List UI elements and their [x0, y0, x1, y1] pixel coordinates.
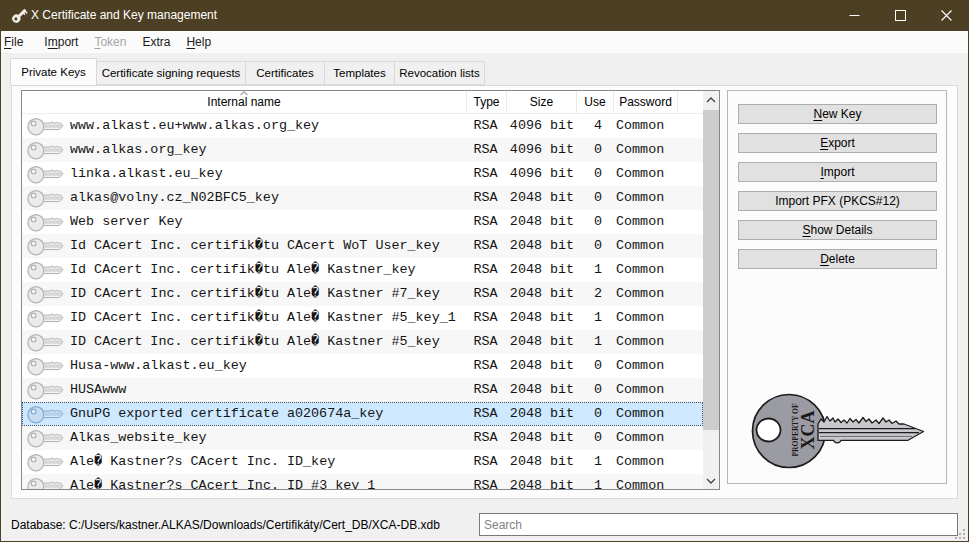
key-name: Husa-www.alkast.eu_key — [70, 354, 247, 378]
key-row[interactable]: ID CAcert Inc. certifik�tu Ale� Kastner … — [22, 282, 703, 306]
maximize-button[interactable] — [877, 0, 923, 31]
key-row[interactable]: Husa-www.alkast.eu_key RSA 2048 bit 0 Co… — [22, 354, 703, 378]
menu-import[interactable]: Import — [36, 31, 86, 53]
column-header-size[interactable]: Size — [507, 91, 577, 113]
key-name-cell: alkas@volny.cz_N02BFC5_key — [22, 186, 467, 210]
scroll-down-button[interactable] — [703, 472, 719, 489]
key-row[interactable]: ID CAcert Inc. certifik�tu Ale� Kastner … — [22, 330, 703, 354]
key-size: 2048 bit — [507, 450, 577, 474]
key-row[interactable]: Alkas_website_key RSA 2048 bit 0 Common — [22, 426, 703, 450]
key-icon — [26, 380, 64, 400]
key-icon — [26, 116, 64, 136]
column-header-use[interactable]: Use — [577, 91, 614, 113]
key-row[interactable]: www.alkast.eu+www.alkas.org_key RSA 4096… — [22, 114, 703, 138]
key-password: Common — [614, 354, 678, 378]
logo-text-xca: XCA — [798, 411, 818, 450]
key-use-count: 0 — [577, 402, 614, 426]
menu-token[interactable]: Token — [86, 31, 134, 53]
key-name: ID CAcert Inc. certifik�tu Ale� Kastner … — [70, 282, 440, 306]
import-button[interactable]: Import — [738, 162, 937, 182]
menu-file[interactable]: File — [1, 31, 36, 53]
tab-label: Revocation lists — [399, 67, 480, 79]
key-name: www.alkas.org_key — [70, 138, 207, 162]
key-use-count: 1 — [577, 258, 614, 282]
chevron-down-icon — [706, 478, 716, 484]
import-pfx-button[interactable]: Import PFX (PKCS#12) — [738, 191, 937, 211]
key-row[interactable]: linka.alkast.eu_key RSA 4096 bit 0 Commo… — [22, 162, 703, 186]
key-use-count: 0 — [577, 378, 614, 402]
key-password: Common — [614, 474, 678, 489]
new-key-button[interactable]: New Key — [738, 104, 937, 124]
key-name-cell: Ale� Kastner?s CAcert Inc. ID #3_key_1 — [22, 474, 467, 489]
search-input[interactable] — [479, 513, 958, 536]
key-icon — [26, 404, 64, 424]
column-header-type[interactable]: Type — [467, 91, 507, 113]
tab-private-keys[interactable]: Private Keys — [10, 58, 97, 85]
key-icon — [26, 140, 64, 160]
key-name-cell: Web server Key — [22, 210, 467, 234]
export-button[interactable]: Export — [738, 133, 937, 153]
scroll-up-button[interactable] — [703, 91, 719, 108]
key-size: 2048 bit — [507, 282, 577, 306]
key-use-count: 0 — [577, 354, 614, 378]
tab-certificates[interactable]: Certificates — [245, 61, 325, 85]
key-password: Common — [614, 162, 678, 186]
delete-button[interactable]: Delete — [738, 249, 937, 269]
key-name: Ale� Kastner?s CAcert Inc. ID #3_key_1 — [70, 474, 375, 489]
key-row[interactable]: ID CAcert Inc. certifik�tu Ale� Kastner … — [22, 306, 703, 330]
key-size: 4096 bit — [507, 162, 577, 186]
key-name-cell: Alkas_website_key — [22, 426, 467, 450]
key-password: Common — [614, 378, 678, 402]
key-use-count: 0 — [577, 138, 614, 162]
menu-extra[interactable]: Extra — [134, 31, 178, 53]
tab-certificate-signing-requests[interactable]: Certificate signing requests — [96, 61, 246, 85]
show-details-button[interactable]: Show Details — [738, 220, 937, 240]
key-size: 4096 bit — [507, 138, 577, 162]
key-name-cell: www.alkas.org_key — [22, 138, 467, 162]
key-row[interactable]: GnuPG exported certificate a020674a_key … — [22, 402, 703, 426]
key-size: 2048 bit — [507, 378, 577, 402]
key-name-cell: ID CAcert Inc. certifik�tu Ale� Kastner … — [22, 282, 467, 306]
key-name: Id CAcert Inc. certifik�tu CAcert WoT Us… — [70, 234, 440, 258]
tab-templates[interactable]: Templates — [324, 61, 395, 85]
key-row[interactable]: www.alkas.org_key RSA 4096 bit 0 Common — [22, 138, 703, 162]
key-row[interactable]: Web server Key RSA 2048 bit 0 Common — [22, 210, 703, 234]
key-name: Alkas_website_key — [70, 426, 207, 450]
minimize-button[interactable] — [831, 0, 877, 31]
maximize-icon — [895, 10, 906, 21]
key-name: ID CAcert Inc. certifik�tu Ale� Kastner … — [70, 330, 440, 354]
tab-label: Certificates — [256, 67, 314, 79]
key-row[interactable]: Id CAcert Inc. certifik�tu Ale� Kastner_… — [22, 258, 703, 282]
key-use-count: 0 — [577, 234, 614, 258]
app-window: X Certificate and Key management File Im… — [0, 0, 969, 542]
key-icon — [26, 452, 64, 472]
key-row[interactable]: alkas@volny.cz_N02BFC5_key RSA 2048 bit … — [22, 186, 703, 210]
key-password: Common — [614, 234, 678, 258]
key-type: RSA — [467, 210, 507, 234]
key-type: RSA — [467, 282, 507, 306]
key-name: GnuPG exported certificate a020674a_key — [70, 402, 383, 426]
key-type: RSA — [467, 138, 507, 162]
vertical-scrollbar[interactable] — [703, 91, 719, 489]
minimize-icon — [849, 10, 860, 21]
key-row[interactable]: Ale� Kastner?s CAcert Inc. ID #3_key_1 R… — [22, 474, 703, 489]
key-size: 4096 bit — [507, 114, 577, 138]
key-type: RSA — [467, 234, 507, 258]
menu-help[interactable]: Help — [178, 31, 219, 53]
close-button[interactable] — [923, 0, 969, 31]
key-row[interactable]: Ale� Kastner?s CAcert Inc. ID_key RSA 20… — [22, 450, 703, 474]
key-icon — [26, 356, 64, 376]
scrollbar-thumb[interactable] — [703, 110, 719, 430]
key-use-count: 1 — [577, 450, 614, 474]
key-type: RSA — [467, 306, 507, 330]
column-header-password[interactable]: Password — [614, 91, 678, 113]
tab-revocation-lists[interactable]: Revocation lists — [394, 61, 485, 85]
key-use-count: 0 — [577, 186, 614, 210]
key-row[interactable]: Id CAcert Inc. certifik�tu CAcert WoT Us… — [22, 234, 703, 258]
key-row[interactable]: HUSAwww RSA 2048 bit 0 Common — [22, 378, 703, 402]
tab-label: Templates — [333, 67, 385, 79]
resize-grip[interactable] — [954, 528, 966, 540]
key-name-cell: www.alkast.eu+www.alkas.org_key — [22, 114, 467, 138]
key-type: RSA — [467, 378, 507, 402]
column-header-internal-name[interactable]: Internal name — [22, 91, 467, 113]
